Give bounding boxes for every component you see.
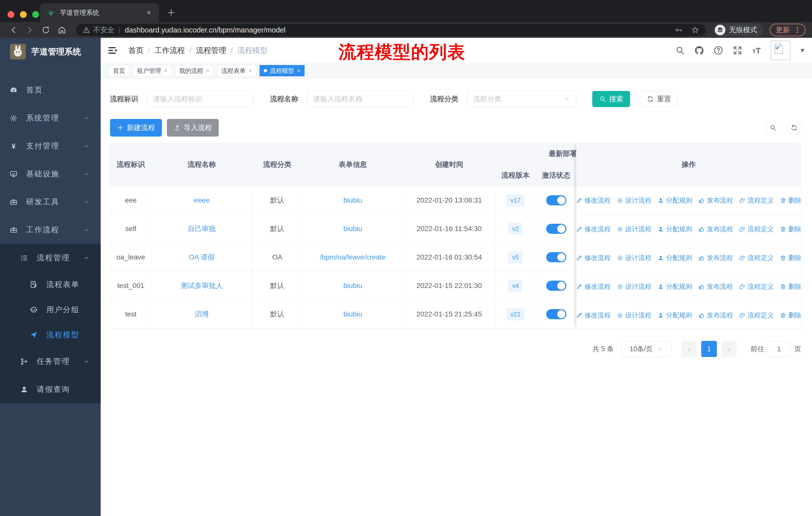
- design-process-link[interactable]: 设计流程: [617, 311, 651, 320]
- browser-menu-icon[interactable]: [793, 26, 802, 34]
- url-text[interactable]: dashboard.yudao.iocoder.cn/bpm/manager/m…: [125, 26, 666, 34]
- design-process-link[interactable]: 设计流程: [617, 225, 651, 234]
- publish-process-link[interactable]: 发布流程: [698, 196, 733, 205]
- tag-close-icon[interactable]: ×: [164, 67, 167, 74]
- version-badge[interactable]: v5: [509, 251, 523, 263]
- process-definition-link[interactable]: 流程定义: [739, 282, 774, 291]
- breadcrumb-item[interactable]: 流程管理: [196, 45, 226, 56]
- forward-icon[interactable]: [25, 25, 34, 34]
- edit-process-link[interactable]: 修改流程: [576, 225, 611, 234]
- version-badge[interactable]: v21: [507, 308, 524, 320]
- active-toggle[interactable]: [546, 309, 566, 319]
- reset-button[interactable]: 重置: [640, 91, 678, 107]
- back-icon[interactable]: [9, 25, 18, 34]
- publish-process-link[interactable]: 发布流程: [698, 225, 733, 234]
- assign-rule-link[interactable]: 分配规则: [658, 253, 692, 262]
- assign-rule-link[interactable]: 分配规则: [658, 225, 692, 234]
- process-name-link[interactable]: OA 请假: [189, 253, 215, 261]
- delete-link[interactable]: 删除: [780, 253, 802, 262]
- tag-my-process[interactable]: 我的流程 ×: [175, 65, 214, 76]
- prev-page-button[interactable]: ‹: [682, 341, 697, 357]
- maximize-window-button[interactable]: [32, 11, 39, 18]
- sidebar-item-user-group[interactable]: 用户分组: [0, 297, 101, 322]
- tag-process-form[interactable]: 流程表单 ×: [217, 65, 256, 76]
- version-badge[interactable]: v2: [509, 223, 523, 235]
- tag-close-icon[interactable]: ×: [206, 67, 210, 74]
- active-toggle[interactable]: [546, 281, 566, 291]
- font-size-icon[interactable]: [752, 45, 762, 55]
- sidebar-collapse-icon[interactable]: [107, 45, 118, 56]
- form-info-link[interactable]: biubiu: [343, 225, 362, 233]
- sidebar-item-process-form[interactable]: 流程表单: [0, 272, 101, 297]
- browser-tab[interactable]: 芋道管理系统 ×: [40, 3, 159, 22]
- process-name-link[interactable]: 自己审批: [188, 225, 216, 233]
- design-process-link[interactable]: 设计流程: [617, 282, 651, 291]
- sidebar-item-task-management[interactable]: 任务管理: [0, 348, 101, 375]
- home-icon[interactable]: [57, 25, 66, 34]
- publish-process-link[interactable]: 发布流程: [698, 253, 733, 262]
- form-info-link[interactable]: /bpm/oa/leave/create: [320, 253, 386, 261]
- tag-close-icon[interactable]: ×: [249, 67, 252, 74]
- process-definition-link[interactable]: 流程定义: [739, 225, 774, 234]
- active-toggle[interactable]: [546, 195, 566, 205]
- edit-process-link[interactable]: 修改流程: [576, 311, 611, 320]
- design-process-link[interactable]: 设计流程: [617, 196, 651, 205]
- fullscreen-icon[interactable]: [732, 45, 743, 55]
- bookmark-star-icon[interactable]: [691, 26, 699, 34]
- version-badge[interactable]: v4: [509, 280, 523, 292]
- sidebar-item-process-model[interactable]: 流程模型: [0, 322, 101, 348]
- form-info-link[interactable]: biubiu: [343, 196, 362, 204]
- assign-rule-link[interactable]: 分配规则: [658, 282, 692, 291]
- delete-link[interactable]: 删除: [780, 311, 802, 320]
- password-key-icon[interactable]: [674, 26, 683, 34]
- process-name-link[interactable]: eeee: [194, 196, 209, 204]
- sidebar-item-system[interactable]: 系统管理: [0, 104, 101, 132]
- address-bar[interactable]: 不安全 dashboard.yudao.iocoder.cn/bpm/manag…: [76, 24, 706, 36]
- create-process-button[interactable]: 新建流程: [110, 119, 162, 137]
- sidebar-item-devtools[interactable]: 研发工具: [0, 188, 101, 216]
- tab-close-icon[interactable]: ×: [145, 8, 152, 17]
- close-window-button[interactable]: [7, 11, 14, 18]
- avatar-caret-icon[interactable]: ▼: [800, 47, 806, 54]
- tag-tenant[interactable]: 租户管理 ×: [133, 65, 172, 76]
- current-page-button[interactable]: 1: [701, 341, 717, 357]
- assign-rule-link[interactable]: 分配规则: [658, 196, 692, 205]
- delete-link[interactable]: 删除: [780, 196, 802, 205]
- active-toggle[interactable]: [546, 252, 566, 262]
- version-badge[interactable]: v17: [507, 194, 524, 206]
- avatar[interactable]: [771, 40, 790, 60]
- tag-home[interactable]: 首页: [109, 65, 129, 76]
- process-definition-link[interactable]: 流程定义: [739, 253, 774, 262]
- process-name-link[interactable]: 测试多审批人: [181, 282, 223, 290]
- publish-process-link[interactable]: 发布流程: [698, 282, 733, 291]
- process-definition-link[interactable]: 流程定义: [739, 196, 774, 205]
- breadcrumb-item[interactable]: 首页: [128, 45, 143, 56]
- sidebar-item-payment[interactable]: 支付管理: [0, 132, 101, 160]
- sidebar-item-process-management[interactable]: 流程管理: [0, 244, 101, 272]
- toggle-search-button[interactable]: [766, 121, 780, 135]
- next-page-button[interactable]: ›: [721, 341, 736, 357]
- sidebar-item-infrastructure[interactable]: 基础设施: [0, 160, 101, 188]
- process-name-link[interactable]: 滔博: [195, 310, 209, 318]
- assign-rule-link[interactable]: 分配规则: [658, 311, 692, 320]
- process-name-input[interactable]: [307, 91, 413, 107]
- browser-update-button[interactable]: 更新: [770, 24, 806, 36]
- search-button[interactable]: 搜索: [592, 91, 630, 107]
- search-icon[interactable]: [675, 45, 685, 55]
- delete-link[interactable]: 删除: [780, 282, 802, 291]
- tag-close-icon[interactable]: ×: [297, 67, 300, 74]
- active-toggle[interactable]: [546, 224, 566, 234]
- tag-process-model[interactable]: 流程模型 ×: [260, 65, 305, 76]
- process-key-input[interactable]: [147, 91, 254, 107]
- process-definition-link[interactable]: 流程定义: [739, 311, 774, 320]
- delete-link[interactable]: 删除: [780, 225, 802, 234]
- edit-process-link[interactable]: 修改流程: [576, 282, 611, 291]
- page-size-select[interactable]: 10条/页: [621, 341, 671, 357]
- form-info-link[interactable]: biubiu: [343, 310, 362, 318]
- design-process-link[interactable]: 设计流程: [617, 253, 651, 262]
- edit-process-link[interactable]: 修改流程: [576, 253, 611, 262]
- github-icon[interactable]: [694, 45, 704, 55]
- sidebar-item-leave-query[interactable]: 请假查询: [0, 375, 101, 403]
- security-status[interactable]: 不安全: [83, 25, 114, 35]
- refresh-table-button[interactable]: [787, 121, 801, 135]
